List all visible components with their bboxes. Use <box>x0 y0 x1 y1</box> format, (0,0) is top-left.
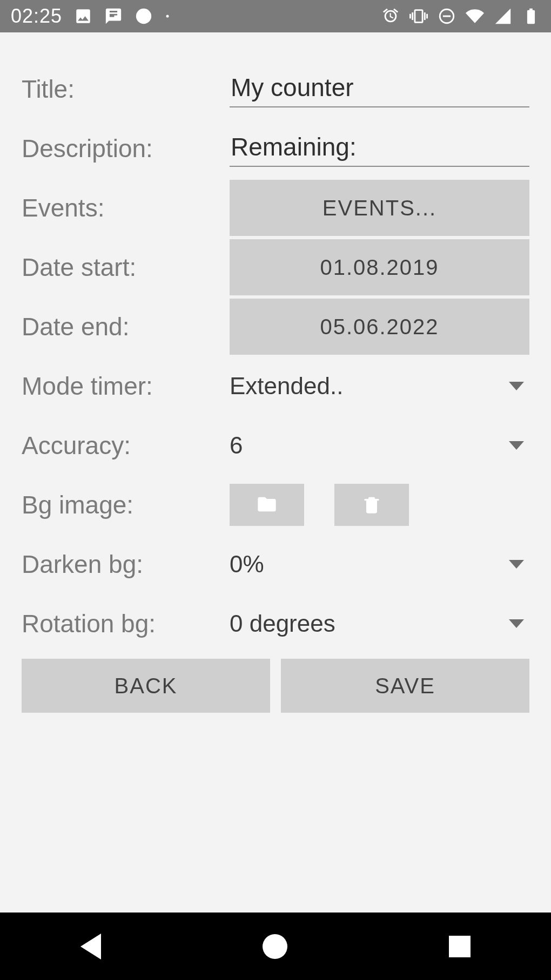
dot-icon <box>165 13 170 19</box>
vibrate-icon <box>409 7 428 25</box>
trash-icon <box>361 494 382 517</box>
description-input[interactable] <box>230 130 529 167</box>
chevron-down-icon <box>509 441 524 450</box>
date-end-row: Date end: 05.06.2022 <box>22 297 529 356</box>
status-left: 02:25 <box>11 5 170 28</box>
date-start-button[interactable]: 01.08.2019 <box>230 239 529 295</box>
description-row: Description: <box>22 119 529 178</box>
bg-image-folder-button[interactable] <box>230 484 304 526</box>
alarm-icon <box>381 7 400 25</box>
darken-bg-row: Darken bg: 0% <box>22 535 529 594</box>
accuracy-label: Accuracy: <box>22 431 230 460</box>
rotation-bg-value: 0 degrees <box>230 610 335 637</box>
message-icon <box>104 7 123 25</box>
title-input[interactable] <box>230 71 529 107</box>
date-end-button[interactable]: 05.06.2022 <box>230 299 529 355</box>
nav-back-icon[interactable] <box>80 934 101 959</box>
bg-image-row: Bg image: <box>22 475 529 535</box>
darken-bg-select[interactable]: 0% <box>230 549 529 580</box>
form-content: Title: Description: Events: EVENTS... Da… <box>0 32 551 913</box>
rotation-bg-label: Rotation bg: <box>22 609 230 638</box>
svg-point-1 <box>166 15 169 18</box>
chevron-down-icon <box>509 560 524 569</box>
footer-buttons: BACK SAVE <box>22 659 529 713</box>
mode-timer-label: Mode timer: <box>22 371 230 401</box>
mode-timer-select[interactable]: Extended.. <box>230 370 529 402</box>
accuracy-value: 6 <box>230 432 243 459</box>
chevron-down-icon <box>509 619 524 628</box>
events-button[interactable]: EVENTS... <box>230 180 529 236</box>
svg-point-0 <box>136 9 151 24</box>
status-bar: 02:25 <box>0 0 551 32</box>
title-label: Title: <box>22 75 230 104</box>
do-not-disturb-icon <box>438 7 456 25</box>
accuracy-row: Accuracy: 6 <box>22 416 529 475</box>
rotation-bg-row: Rotation bg: 0 degrees <box>22 594 529 653</box>
chevron-down-icon <box>509 382 524 390</box>
rotation-bg-select[interactable]: 0 degrees <box>230 608 529 639</box>
circle-icon <box>135 7 153 25</box>
events-label: Events: <box>22 193 230 222</box>
nav-home-icon[interactable] <box>263 934 287 959</box>
darken-bg-label: Darken bg: <box>22 550 230 579</box>
description-label: Description: <box>22 134 230 163</box>
mode-timer-value: Extended.. <box>230 373 343 400</box>
status-time: 02:25 <box>11 5 62 28</box>
status-right <box>381 7 540 25</box>
nav-recent-icon[interactable] <box>449 936 471 957</box>
image-icon <box>74 7 92 25</box>
darken-bg-value: 0% <box>230 551 264 578</box>
navigation-bar <box>0 913 551 980</box>
back-button[interactable]: BACK <box>22 659 270 713</box>
date-start-label: Date start: <box>22 253 230 282</box>
mode-timer-row: Mode timer: Extended.. <box>22 356 529 416</box>
bg-image-delete-button[interactable] <box>334 484 409 526</box>
bg-image-label: Bg image: <box>22 490 230 519</box>
title-row: Title: <box>22 59 529 119</box>
battery-icon <box>522 7 540 25</box>
wifi-icon <box>466 7 484 25</box>
events-row: Events: EVENTS... <box>22 178 529 238</box>
date-end-label: Date end: <box>22 312 230 341</box>
signal-icon <box>494 7 512 25</box>
date-start-row: Date start: 01.08.2019 <box>22 238 529 297</box>
folder-icon <box>256 494 278 517</box>
accuracy-select[interactable]: 6 <box>230 430 529 461</box>
save-button[interactable]: SAVE <box>281 659 529 713</box>
